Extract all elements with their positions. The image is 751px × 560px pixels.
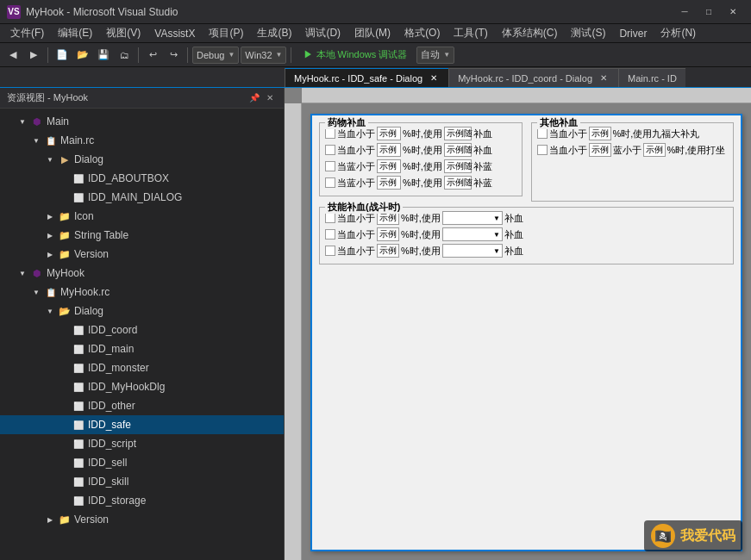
- forward-button[interactable]: ▶: [24, 46, 43, 65]
- redo-button[interactable]: ↪: [164, 46, 183, 65]
- pin-icon[interactable]: 📌: [247, 91, 261, 105]
- menu-item-C[interactable]: 体系结构(C): [495, 24, 565, 43]
- dialog-icon: ⬜: [72, 190, 85, 204]
- tree-item-idd-coord[interactable]: ⬜ IDD_coord: [0, 320, 284, 339]
- menu-item-B[interactable]: 生成(B): [250, 24, 298, 43]
- input-item-1[interactable]: 示例随: [444, 127, 472, 140]
- tab-safe[interactable]: MyHook.rc - IDD_safe - Dialog ✕: [285, 68, 448, 87]
- expand-arrow: [59, 420, 69, 430]
- input-other-blue-2[interactable]: 示例: [643, 143, 666, 157]
- save-all-button[interactable]: 🗂: [115, 46, 134, 65]
- back-button[interactable]: ◀: [3, 46, 22, 65]
- input-skill-blood-3[interactable]: 示例: [377, 244, 399, 258]
- minimize-button[interactable]: ─: [673, 4, 696, 20]
- menu-item-S[interactable]: 测试(S): [564, 24, 612, 43]
- open-button[interactable]: 📂: [73, 46, 92, 65]
- tab-coord-close[interactable]: ✕: [598, 72, 610, 84]
- debug-config-dropdown[interactable]: Debug ▼: [192, 47, 239, 64]
- save-button[interactable]: 💾: [94, 46, 113, 65]
- tree-item-myhook-root[interactable]: ▼ ⬢ MyHook: [0, 264, 284, 283]
- dropdown-skill-1[interactable]: ▼: [442, 211, 503, 225]
- menu-item-D[interactable]: 调试(D): [298, 24, 347, 43]
- menu-item-V[interactable]: 视图(V): [99, 24, 147, 43]
- tree-item-string-table[interactable]: ▶ 📁 String Table: [0, 226, 284, 245]
- menu-item-E[interactable]: 编辑(E): [51, 24, 99, 43]
- other-row-2: 当血小于 示例 蓝小于 示例 %时,使用打坐: [537, 143, 729, 157]
- section-title-qita: 其他补血: [537, 116, 580, 129]
- tab-mainrc[interactable]: Main.rc - ID: [618, 68, 685, 87]
- tree-item-main-icon[interactable]: ▶ 📁 Icon: [0, 207, 284, 226]
- checkbox-skill-2[interactable]: [325, 229, 335, 240]
- input-other-blood-1[interactable]: 示例: [589, 127, 611, 140]
- close-panel-icon[interactable]: ✕: [263, 91, 277, 105]
- tab-bar: MyHook.rc - IDD_safe - Dialog ✕ MyHook.r…: [0, 67, 751, 88]
- menu-item-M[interactable]: 团队(M): [347, 24, 397, 43]
- menu-item-VAssistX[interactable]: VAssistX: [147, 24, 202, 43]
- close-button[interactable]: ✕: [722, 4, 744, 20]
- dropdown-skill-2[interactable]: ▼: [442, 227, 503, 241]
- tree-label: Main.rc: [60, 134, 94, 146]
- watermark: 🏴‍☠️ 我爱代码: [644, 520, 742, 551]
- run-button[interactable]: ▶ 本地 Windows 调试器: [296, 46, 415, 65]
- checkbox-3[interactable]: [325, 161, 335, 171]
- undo-button[interactable]: ↩: [143, 46, 162, 65]
- tree-item-idd-monster[interactable]: ⬜ IDD_monster: [0, 358, 284, 377]
- tab-coord[interactable]: MyHook.rc - IDD_coord - Dialog ✕: [448, 68, 618, 87]
- expand-arrow: ▼: [31, 287, 41, 297]
- tree-view[interactable]: ▼ ⬢ Main ▼ 📋 Main.rc ▼ ▶ Dialog: [0, 109, 284, 560]
- tree-item-idd-other[interactable]: ⬜ IDD_other: [0, 396, 284, 415]
- tree-item-idd-storage[interactable]: ⬜ IDD_storage: [0, 491, 284, 510]
- checkbox-skill-1[interactable]: [325, 213, 335, 223]
- input-blue-pct-2[interactable]: 示例: [377, 176, 401, 190]
- tree-item-idd-skill[interactable]: ⬜ IDD_skill: [0, 472, 284, 491]
- debug-config-label: Debug: [197, 50, 224, 60]
- new-button[interactable]: 📄: [53, 46, 72, 65]
- tree-item-main-dialog[interactable]: ▼ ▶ Dialog: [0, 150, 284, 169]
- panel-header-icons: 📌 ✕: [247, 91, 277, 105]
- tree-item-idd-main-dialog[interactable]: ⬜ IDD_MAIN_DIALOG: [0, 188, 284, 207]
- checkbox-2[interactable]: [325, 145, 335, 155]
- input-blood-pct-2[interactable]: 示例: [377, 143, 401, 157]
- drug-row-3: 当蓝小于 示例 %时,使用 示例随 补蓝: [325, 159, 516, 173]
- input-other-blood-2[interactable]: 示例: [589, 143, 611, 157]
- menu-item-P[interactable]: 项目(P): [202, 24, 250, 43]
- tree-item-myhook-rc[interactable]: ▼ 📋 MyHook.rc: [0, 283, 284, 302]
- tree-item-idd-myhookdlg[interactable]: ⬜ IDD_MyHookDlg: [0, 377, 284, 396]
- checkbox-1[interactable]: [325, 128, 335, 139]
- tree-item-main-root[interactable]: ▼ ⬢ Main: [0, 112, 284, 131]
- tree-item-idd-script[interactable]: ⬜ IDD_script: [0, 434, 284, 453]
- input-blue-item-2[interactable]: 示例随: [444, 176, 472, 190]
- checkbox-other-2[interactable]: [537, 145, 548, 155]
- tree-item-main-version[interactable]: ▶ 📁 Version: [0, 245, 284, 264]
- checkbox-skill-3[interactable]: [325, 246, 335, 256]
- input-blood-pct-1[interactable]: 示例: [377, 127, 401, 140]
- build-mode-dropdown[interactable]: 自动 ▼: [416, 47, 454, 64]
- input-skill-blood-2[interactable]: 示例: [377, 227, 399, 241]
- input-blue-pct-1[interactable]: 示例: [377, 159, 401, 173]
- input-blue-item-1[interactable]: 示例随: [444, 159, 472, 173]
- maximize-button[interactable]: □: [698, 4, 720, 20]
- tree-item-idd-main[interactable]: ⬜ IDD_main: [0, 339, 284, 358]
- folder-icon: 📂: [58, 304, 72, 318]
- tree-item-idd-sell[interactable]: ⬜ IDD_sell: [0, 453, 284, 472]
- tree-item-myhook-dialog[interactable]: ▼ 📂 Dialog: [0, 302, 284, 320]
- tree-item-idd-safe[interactable]: ⬜ IDD_safe: [0, 415, 284, 434]
- yaowu-bubxue-section: 药物补血 当血小于 示例 %时,使用 示例随 补血: [319, 122, 523, 202]
- menu-item-N[interactable]: 分析(N): [654, 24, 703, 43]
- menu-item-F[interactable]: 文件(F): [3, 24, 51, 43]
- platform-dropdown[interactable]: Win32 ▼: [241, 47, 286, 64]
- tree-item-idd-aboutbox[interactable]: ⬜ IDD_ABOUTBOX: [0, 169, 284, 188]
- menu-item-Driver[interactable]: Driver: [612, 24, 654, 43]
- tab-safe-close[interactable]: ✕: [428, 72, 440, 84]
- expand-arrow: [59, 382, 69, 392]
- window-controls[interactable]: ─ □ ✕: [673, 4, 744, 20]
- dropdown-skill-3[interactable]: ▼: [442, 244, 503, 258]
- input-item-2[interactable]: 示例随: [444, 143, 472, 157]
- tree-item-main-rc[interactable]: ▼ 📋 Main.rc: [0, 131, 284, 150]
- checkbox-4[interactable]: [325, 177, 335, 188]
- checkbox-other-1[interactable]: [537, 128, 548, 139]
- folder-icon: 📁: [58, 247, 72, 261]
- menu-item-T[interactable]: 工具(T): [447, 24, 494, 43]
- menu-item-O[interactable]: 格式(O): [397, 24, 447, 43]
- tree-item-myhook-version[interactable]: ▶ 📁 Version: [0, 510, 284, 529]
